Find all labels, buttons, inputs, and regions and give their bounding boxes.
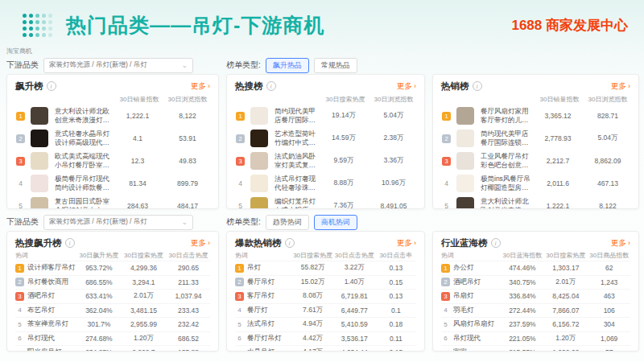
tab-opportunity-keywords[interactable]: 商机热词 bbox=[314, 215, 357, 230]
table-row[interactable]: 1办公灯474.46%1,303.1762 bbox=[441, 261, 630, 275]
product-row[interactable]: 4极简餐厅吊灯现代简约设计师款餐桌吧台射灯创意轻奢一字长条灯具81.34899.… bbox=[15, 172, 210, 195]
metric-value: 4.17万 bbox=[292, 348, 332, 352]
metric-column-headers: 30日销量指数 30日浏览指数 bbox=[15, 93, 210, 105]
more-link-search-soar[interactable]: 更多› bbox=[191, 238, 210, 249]
product-row[interactable]: 3欧式美式高端现代小吊灯餐厅卧室创意个性北欧玉石水晶复古灯具12.349.83 bbox=[15, 150, 210, 172]
product-thumbnail bbox=[31, 197, 48, 209]
table-row[interactable]: 2酒吧吊灯340.75%2.01万1,243 bbox=[441, 275, 630, 290]
rank-badge: 4 bbox=[441, 306, 450, 314]
more-link-blue-ocean[interactable]: 更多› bbox=[611, 238, 630, 249]
keyword-cell: 3酒吧吊灯 bbox=[15, 291, 77, 301]
logo-dot bbox=[23, 27, 27, 31]
product-thumbnail bbox=[31, 107, 48, 125]
keyword-cell: 2酒吧吊灯 bbox=[441, 278, 502, 287]
table-row[interactable]: 7水晶吊灯4.17万4,634.440.15 bbox=[235, 345, 416, 352]
column-header: 30日浏览指数 bbox=[165, 95, 210, 104]
product-row[interactable]: 5编织灯笼吊灯中式火锅店饭店餐馆竹艺灯店铺商用民宿茶室日式灯具7.36万8,49… bbox=[235, 195, 416, 209]
more-link-burst-sale[interactable]: 更多› bbox=[397, 238, 416, 249]
metric-value: 0.11 bbox=[376, 335, 416, 343]
metric-value: 301.7% bbox=[77, 320, 121, 328]
column-header: 热词 bbox=[235, 251, 292, 260]
metric-value: 1,202.09 bbox=[543, 348, 588, 352]
rank-badge: 1 bbox=[441, 264, 450, 273]
metric-value: 3.36万 bbox=[371, 156, 416, 166]
column-header: 30日搜索热度 bbox=[543, 251, 588, 260]
table-row[interactable]: 2餐厅吊灯15.02万1.40万0.15 bbox=[235, 275, 416, 290]
table-row[interactable]: 1设计师客厅吊灯953.72%4,299.36290.65 bbox=[15, 261, 210, 275]
spacer bbox=[432, 213, 639, 231]
rank-badge: 3 bbox=[441, 292, 450, 301]
rank-badge: 3 bbox=[442, 157, 451, 166]
product-row[interactable]: 3工业风餐厅吊灯彩色吧台创意火锅店茶室铺超市单头羽毛灯理发店灯罩2,212.78… bbox=[441, 150, 630, 172]
info-icon[interactable]: i bbox=[65, 238, 75, 248]
metric-value: 8,122 bbox=[585, 202, 630, 209]
product-row[interactable]: 2意式轻奢水晶吊灯设计师高级现代餐厅灯创意大气别墅豪宅酒店餐厅灯4.153.91 bbox=[15, 127, 210, 150]
info-icon[interactable]: i bbox=[47, 81, 56, 91]
table-row[interactable]: 6吊灯现代274.68%1.20万686.52 bbox=[15, 331, 210, 346]
tab-soaring-hot-items[interactable]: 飙升热品 bbox=[266, 58, 309, 73]
metric-column-headers: 30日搜索热度 30日浏览指数 bbox=[235, 93, 416, 105]
table-row[interactable]: 4布艺吊灯362.04%3,481.15233.43 bbox=[15, 303, 210, 318]
table-row[interactable]: 2吊灯餐饮商用686.55%3,294.1211.33 bbox=[15, 275, 210, 290]
product-title: 餐厅风扇灯家用客厅带灯的儿童电扇小型卧室北欧吸顶灯 bbox=[481, 107, 530, 124]
metric-value: 8,862.09 bbox=[585, 157, 630, 165]
product-thumbnail bbox=[456, 175, 474, 192]
table-row[interactable]: 6吊灯现代221.05%1.20万1,069 bbox=[441, 331, 630, 346]
hot-search-rank-card: 热搜榜 i 更多› 30日搜索热度 30日浏览指数 1简约现代美甲店餐厅国际连锁… bbox=[226, 74, 425, 209]
metric-value: 232.42 bbox=[167, 320, 210, 328]
product-row[interactable]: 1简约现代美甲店餐厅国际连锁吊灯店铺商用灯创意个性球形树藤灯具19.14万5.0… bbox=[235, 105, 416, 127]
table-row[interactable]: 5法式吊灯4.94万5,410.590.18 bbox=[235, 317, 416, 331]
table-row[interactable]: 5风扇灯吊扇灯237.59%6,156.72304 bbox=[441, 317, 630, 331]
hot-sale-product-list: 1餐厅风扇灯家用客厅带灯的儿童电扇小型卧室北欧吸顶灯3,365.12828.71… bbox=[441, 105, 630, 209]
metric-value: 0.13 bbox=[376, 292, 416, 300]
metric-value: 4.42万 bbox=[292, 334, 332, 343]
table-row[interactable]: 4羽毛灯272.44%7,866.07106 bbox=[441, 303, 630, 318]
keyword-cell: 7宜家 bbox=[441, 348, 502, 352]
product-thumbnail bbox=[31, 130, 48, 147]
rank-badge: 4 bbox=[235, 306, 244, 314]
product-title: 简约现代美甲店餐厅国际连锁吊灯店铺商用灯创意个性球形树藤灯具 bbox=[275, 107, 316, 124]
hot-sale-rank-title: 热销榜 bbox=[441, 80, 469, 93]
info-icon[interactable]: i bbox=[266, 81, 276, 91]
product-row[interactable]: 2简约现代美甲店餐厅国际连锁吊灯店铺商用灯创意个性球形树藤灯具2,778.935… bbox=[441, 127, 630, 150]
product-row[interactable]: 3法式奶油风卧室灯美式复古水晶吊灯2024新款餐厅主卧餐厅中山灯具9.59万3.… bbox=[235, 150, 416, 172]
category-select-bottom[interactable]: 家装灯饰光源 / 吊灯(新增) / 吊灯 ⌄ bbox=[43, 215, 193, 230]
table-row[interactable]: 5茶室禅意吊灯301.7%2,955.99232.42 bbox=[15, 317, 210, 331]
product-row[interactable]: 4法式吊灯奢现代轻奢珍珠玻璃2024年新款餐厅卧室餐厅奶油风灯具8.88万10.… bbox=[235, 172, 416, 195]
product-row[interactable]: 1意大利设计师北欧创意米奇浪漫灯餐厅客厅卧室混搭式楼梯纱玻璃吊灯1,222.18… bbox=[15, 105, 210, 127]
table-row[interactable]: 3酒吧吊灯633.41%2.01万1,037.94 bbox=[15, 289, 210, 303]
rank-badge: 6 bbox=[15, 335, 24, 342]
table-row[interactable]: 4餐厅灯7.61万6,449.770.1 bbox=[235, 303, 416, 318]
metric-value: 3,536.17 bbox=[333, 335, 376, 343]
tab-trend-keywords[interactable]: 趋势热词 bbox=[266, 215, 309, 230]
table-row[interactable]: 3吊扇灯336.84%8,425.04463 bbox=[441, 289, 630, 303]
table-row[interactable]: 3客厅吊灯8.08万6,719.810.13 bbox=[235, 289, 416, 303]
info-icon[interactable]: i bbox=[473, 81, 482, 91]
product-row[interactable]: 1餐厅风扇灯家用客厅带灯的儿童电扇小型卧室北欧吸顶灯3,365.12828.71 bbox=[441, 105, 630, 127]
tab-regular-hot-items[interactable]: 常规热品 bbox=[314, 58, 357, 73]
table-row[interactable]: 7阳光房吊灯234.85%2,222.7135.88 bbox=[15, 345, 210, 352]
more-link-hot-search[interactable]: 更多› bbox=[397, 81, 416, 92]
product-row[interactable]: 5复古田园日式卧室全铜灯创意中古vintage法式客厅布艺纱珊瑚吊灯284.63… bbox=[15, 195, 210, 209]
keyword-label: 吊灯餐饮商用 bbox=[27, 278, 68, 287]
product-row[interactable]: 2艺术造型荷叶竹编灯中式茶室民宿禅意灯日式餐厅民宿酒店竹艺吊灯14.59万2.3… bbox=[235, 127, 416, 150]
metric-value: 8.08万 bbox=[292, 291, 332, 301]
table-row[interactable]: 1吊灯55.82万3.22万0.13 bbox=[235, 261, 416, 275]
category-select-top[interactable]: 家装灯饰光源 / 吊灯(新增) / 吊灯 ⌄ bbox=[43, 58, 193, 73]
chevron-right-icon: › bbox=[414, 82, 416, 90]
table-row[interactable]: 7宜家215.55%1,202.0957 bbox=[441, 345, 630, 352]
metric-value: 0.13 bbox=[376, 264, 416, 272]
hot-search-product-list: 1简约现代美甲店餐厅国际连锁吊灯店铺商用灯创意个性球形树藤灯具19.14万5.0… bbox=[235, 105, 416, 209]
rank-badge: 4 bbox=[15, 179, 26, 187]
info-icon[interactable]: i bbox=[285, 238, 295, 248]
metric-value: 15.02万 bbox=[292, 278, 332, 287]
product-row[interactable]: 4极简ins风餐厅吊灯椰圆造型房檐吧台灯创意个性设计师日式侘寂风2,011.64… bbox=[441, 172, 630, 195]
table-row[interactable]: 6餐厅灯吊灯4.42万3,536.170.11 bbox=[235, 331, 416, 346]
logo-dot bbox=[23, 33, 27, 37]
more-link-hot-sale[interactable]: 更多› bbox=[611, 81, 630, 92]
keyword-label: 餐厅灯 bbox=[247, 306, 268, 315]
info-icon[interactable]: i bbox=[491, 238, 501, 248]
more-link-soaring[interactable]: 更多› bbox=[191, 81, 210, 92]
product-row[interactable]: 5意大利设计师北欧创意米奇浪漫灯餐厅客厅卧室混搭式楼梯纱玻璃吊灯1,222.18… bbox=[441, 195, 630, 209]
metric-value: 221.05% bbox=[502, 335, 544, 343]
